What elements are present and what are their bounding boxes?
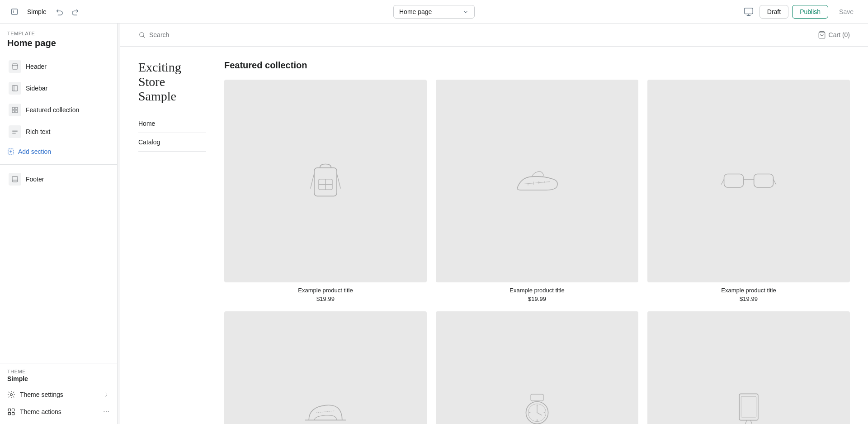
svg-point-37 — [140, 33, 144, 37]
save-button[interactable]: Save — [832, 5, 861, 18]
svg-rect-27 — [12, 176, 18, 182]
theme-settings-item[interactable]: Theme settings — [0, 386, 117, 403]
svg-rect-7 — [12, 86, 18, 91]
svg-rect-9 — [12, 107, 14, 110]
svg-rect-31 — [12, 409, 14, 411]
product-image-2 — [436, 80, 638, 282]
svg-line-38 — [143, 36, 145, 38]
sidebar-item-rich-text[interactable]: Rich text — [0, 121, 117, 143]
svg-point-34 — [104, 411, 104, 412]
back-button[interactable] — [7, 5, 22, 19]
add-section-label: Add section — [18, 148, 51, 155]
svg-line-45 — [337, 173, 340, 188]
product-price-3: $19.99 — [647, 295, 850, 302]
rich-text-label: Rich text — [26, 128, 110, 135]
desktop-preview-icon[interactable] — [741, 5, 756, 19]
topbar: Simple Home page — [0, 0, 868, 24]
header-label: Header — [26, 63, 110, 70]
svg-rect-0 — [12, 9, 18, 14]
sidebar-item-featured-collection[interactable]: Featured collection — [0, 99, 117, 121]
main-layout: TEMPLATE Home page Header — [0, 24, 868, 424]
store-content: Exciting Store Sample Home Catalog Featu… — [120, 47, 868, 424]
cart-icon — [818, 31, 826, 39]
svg-rect-69 — [741, 396, 756, 417]
sidebar-item-footer[interactable]: Footer — [0, 168, 117, 190]
undo-button[interactable] — [52, 5, 66, 19]
page-selector-label: Home page — [399, 8, 459, 15]
footer-icon — [9, 173, 21, 186]
search-text: Search — [149, 31, 169, 38]
sidebar-item-sidebar[interactable]: Sidebar — [0, 77, 117, 99]
product-card-2[interactable]: Example product title $19.99 — [436, 80, 638, 302]
grid-icon — [7, 408, 15, 416]
product-title-3: Example product title — [647, 287, 850, 294]
sidebar-item-header[interactable]: Header — [0, 56, 117, 77]
product-title-1: Example product title — [224, 287, 427, 294]
preview-frame[interactable]: Search Cart (0) Exciting Store Sample Ho… — [120, 24, 868, 424]
svg-line-54 — [721, 179, 724, 185]
cart-info[interactable]: Cart (0) — [818, 31, 850, 39]
add-icon — [7, 148, 14, 155]
svg-rect-2 — [745, 8, 753, 14]
product-image-3 — [647, 80, 850, 282]
rich-text-icon — [9, 125, 21, 138]
products-grid: Example product title $19.99 — [224, 80, 850, 424]
search-bar[interactable]: Search — [138, 31, 169, 38]
chevron-right-icon — [103, 391, 110, 398]
sidebar-top: TEMPLATE Home page — [0, 24, 117, 52]
sidebar-divider — [0, 164, 117, 165]
product-image-4 — [224, 311, 427, 424]
product-card-4[interactable]: Example product title $19.99 — [224, 311, 427, 424]
theme-actions-label: Theme actions — [20, 408, 98, 415]
nav-item-catalog[interactable]: Catalog — [138, 133, 206, 152]
product-card-1[interactable]: Example product title $19.99 — [224, 80, 427, 302]
page-selector[interactable]: Home page — [393, 5, 475, 19]
gear-icon — [7, 391, 15, 399]
topbar-left: Simple — [7, 5, 388, 19]
product-image-6 — [647, 311, 850, 424]
svg-rect-11 — [12, 110, 14, 113]
svg-point-35 — [106, 411, 107, 412]
collection-title: Featured collection — [224, 60, 850, 71]
theme-name: Simple — [0, 375, 117, 386]
svg-rect-10 — [15, 107, 18, 110]
product-card-3[interactable]: Example product title $19.99 — [647, 80, 850, 302]
product-card-5[interactable]: Example product title $19.99 — [436, 311, 638, 424]
product-card-6[interactable]: Example product title $19.99 — [647, 311, 850, 424]
add-section-button[interactable]: Add section — [0, 143, 117, 161]
draft-button[interactable]: Draft — [760, 5, 788, 19]
publish-button[interactable]: Publish — [792, 5, 828, 19]
store-header: Search Cart (0) — [120, 24, 868, 47]
svg-rect-5 — [12, 64, 18, 69]
product-price-1: $19.99 — [224, 295, 427, 302]
sidebar-section-label: Sidebar — [26, 85, 110, 92]
redo-button[interactable] — [68, 5, 83, 19]
header-icon — [9, 60, 21, 73]
svg-rect-68 — [739, 394, 758, 420]
svg-point-36 — [108, 411, 109, 412]
svg-line-71 — [750, 420, 754, 424]
sidebar-sections: Header Sidebar — [0, 52, 117, 363]
svg-rect-30 — [8, 409, 10, 411]
svg-rect-52 — [754, 174, 774, 187]
store-main: Featured collection — [224, 60, 850, 424]
product-title-2: Example product title — [436, 287, 638, 294]
theme-actions-item[interactable]: Theme actions — [0, 403, 117, 420]
preview-area: Search Cart (0) Exciting Store Sample Ho… — [120, 24, 868, 424]
product-image-1 — [224, 80, 427, 282]
svg-rect-12 — [15, 110, 18, 113]
template-label: TEMPLATE — [7, 31, 110, 36]
svg-point-29 — [10, 394, 13, 396]
svg-line-55 — [773, 179, 776, 185]
sidebar-bottom: THEME Simple Theme settings — [0, 363, 117, 424]
featured-collection-label: Featured collection — [26, 106, 110, 114]
undo-redo-group — [52, 5, 83, 19]
svg-rect-32 — [8, 413, 10, 415]
store-title: Exciting Store Sample — [138, 60, 206, 104]
ellipsis-icon — [103, 408, 110, 415]
theme-label: THEME — [0, 367, 117, 375]
theme-settings-label: Theme settings — [20, 391, 98, 398]
nav-item-home[interactable]: Home — [138, 114, 206, 133]
svg-line-44 — [311, 173, 314, 188]
svg-line-46 — [524, 182, 550, 184]
